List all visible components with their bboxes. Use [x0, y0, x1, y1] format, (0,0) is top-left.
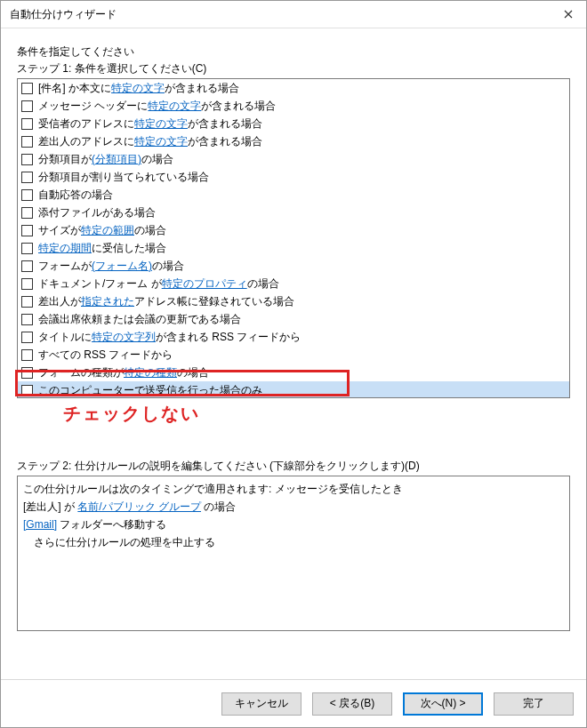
condition-row[interactable]: サイズが 特定の範囲 の場合: [18, 221, 569, 239]
step2-label: ステップ 2: 仕分けルールの説明を編集してください (下線部分をクリックします…: [17, 459, 570, 474]
condition-label: サイズが 特定の範囲 の場合: [38, 223, 166, 238]
condition-link[interactable]: 指定された: [81, 294, 134, 309]
condition-label: 自動応答の場合: [38, 188, 113, 203]
condition-row[interactable]: 差出人が 指定された アドレス帳に登録されている場合: [18, 292, 569, 310]
rule-description[interactable]: この仕分けルールは次のタイミングで適用されます: メッセージを受信したとき [差…: [17, 476, 570, 631]
condition-label: ドキュメント/フォーム が 特定のプロパティ の場合: [38, 276, 279, 292]
condition-row[interactable]: 会議出席依頼または会議の更新である場合: [18, 310, 569, 328]
close-button[interactable]: [551, 1, 586, 28]
condition-label: フォームが (フォーム名) の場合: [38, 259, 184, 274]
dialog-body: 条件を指定してください ステップ 1: 条件を選択してください(C) [件名] …: [1, 28, 586, 679]
condition-checkbox[interactable]: [21, 100, 33, 112]
condition-link[interactable]: 特定の範囲: [81, 223, 134, 238]
condition-row[interactable]: 自動応答の場合: [18, 186, 569, 204]
condition-checkbox[interactable]: [21, 83, 33, 94]
condition-label: [件名] か本文に 特定の文字 が含まれる場合: [38, 81, 239, 96]
next-button[interactable]: 次へ(N) >: [403, 692, 483, 716]
condition-link[interactable]: (フォーム名): [92, 259, 152, 274]
cancel-button[interactable]: キャンセル: [221, 692, 302, 716]
condition-checkbox[interactable]: [21, 189, 33, 201]
condition-link[interactable]: 特定の文字: [148, 99, 201, 114]
condition-row[interactable]: 特定の期間 に受信した場合: [18, 239, 569, 257]
condition-checkbox[interactable]: [21, 385, 33, 396]
condition-checkbox[interactable]: [21, 332, 33, 343]
condition-label: 受信者のアドレスに 特定の文字 が含まれる場合: [38, 116, 262, 132]
condition-label: このコンピューターで送受信を行った場合のみ: [38, 383, 262, 398]
condition-label: 分類項目が (分類項目) の場合: [38, 152, 173, 167]
condition-link[interactable]: 特定の種類: [124, 365, 177, 380]
condition-checkbox[interactable]: [21, 243, 33, 254]
condition-checkbox[interactable]: [21, 367, 33, 379]
condition-row[interactable]: このコンピューターで送受信を行った場合のみ: [18, 381, 569, 398]
condition-checkbox[interactable]: [21, 296, 33, 308]
condition-row[interactable]: すべての RSS フィードから: [18, 346, 569, 364]
condition-row[interactable]: [件名] か本文に 特定の文字 が含まれる場合: [18, 79, 569, 97]
link-sender-group[interactable]: 名前/パブリック グループ: [77, 500, 201, 513]
desc-line-3: [Gmail] フォルダーへ移動する: [23, 516, 564, 533]
condition-label: 分類項目が割り当てられている場合: [38, 170, 209, 185]
condition-checkbox[interactable]: [21, 136, 33, 148]
condition-link[interactable]: 特定の文字列: [92, 330, 156, 345]
titlebar: 自動仕分けウィザード: [1, 1, 586, 28]
condition-label: タイトルに 特定の文字列 が含まれる RSS フィードから: [38, 330, 301, 345]
condition-link[interactable]: 特定の期間: [38, 241, 92, 256]
desc-line-1: この仕分けルールは次のタイミングで適用されます: メッセージを受信したとき: [23, 480, 564, 498]
condition-list[interactable]: [件名] か本文に 特定の文字 が含まれる場合メッセージ ヘッダーに 特定の文字…: [17, 78, 570, 398]
condition-link[interactable]: 特定の文字: [134, 134, 188, 149]
condition-label: 差出人が 指定された アドレス帳に登録されている場合: [38, 294, 294, 309]
finish-button[interactable]: 完了: [494, 692, 574, 716]
condition-label: 添付ファイルがある場合: [38, 205, 156, 220]
headline: 条件を指定してください: [17, 44, 570, 60]
condition-row[interactable]: メッセージ ヘッダーに 特定の文字 が含まれる場合: [18, 97, 569, 115]
condition-link[interactable]: 特定の文字: [111, 81, 165, 96]
condition-label: 特定の期間 に受信した場合: [38, 241, 166, 256]
close-icon: [564, 10, 573, 19]
condition-row[interactable]: フォームの種類が 特定の種類 の場合: [18, 364, 569, 381]
condition-label: 差出人のアドレスに 特定の文字 が含まれる場合: [38, 134, 262, 149]
condition-label: メッセージ ヘッダーに 特定の文字 が含まれる場合: [38, 99, 276, 114]
condition-link[interactable]: (分類項目): [92, 152, 141, 167]
desc-line-2: [差出人] が 名前/パブリック グループ の場合: [23, 498, 564, 516]
condition-link[interactable]: 特定のプロパティ: [162, 276, 247, 292]
back-button[interactable]: < 戻る(B): [312, 692, 392, 716]
condition-row[interactable]: ドキュメント/フォーム が 特定のプロパティ の場合: [18, 275, 569, 292]
window-title: 自動仕分けウィザード: [10, 7, 551, 22]
condition-label: フォームの種類が 特定の種類 の場合: [38, 365, 209, 380]
condition-row[interactable]: 分類項目が (分類項目) の場合: [18, 150, 569, 168]
footer: キャンセル < 戻る(B) 次へ(N) > 完了: [1, 679, 586, 727]
link-folder[interactable]: [Gmail]: [23, 518, 57, 531]
desc-line-4: さらに仕分けルールの処理を中止する: [23, 533, 564, 551]
condition-checkbox[interactable]: [21, 225, 33, 236]
condition-row[interactable]: 受信者のアドレスに 特定の文字 が含まれる場合: [18, 115, 569, 132]
condition-row[interactable]: フォームが (フォーム名) の場合: [18, 257, 569, 275]
condition-checkbox[interactable]: [21, 349, 33, 361]
condition-label: すべての RSS フィードから: [38, 348, 173, 363]
annotation-text: チェックしない: [63, 402, 200, 426]
condition-label: 会議出席依頼または会議の更新である場合: [38, 312, 241, 327]
condition-link[interactable]: 特定の文字: [134, 116, 188, 132]
condition-row[interactable]: タイトルに 特定の文字列 が含まれる RSS フィードから: [18, 328, 569, 346]
condition-checkbox[interactable]: [21, 172, 33, 183]
condition-row[interactable]: 添付ファイルがある場合: [18, 204, 569, 221]
condition-checkbox[interactable]: [21, 314, 33, 325]
condition-checkbox[interactable]: [21, 118, 33, 130]
condition-checkbox[interactable]: [21, 154, 33, 165]
condition-row[interactable]: 分類項目が割り当てられている場合: [18, 168, 569, 186]
condition-row[interactable]: 差出人のアドレスに 特定の文字 が含まれる場合: [18, 132, 569, 150]
condition-checkbox[interactable]: [21, 260, 33, 272]
condition-checkbox[interactable]: [21, 207, 33, 219]
step1-label: ステップ 1: 条件を選択してください(C): [17, 61, 570, 76]
wizard-window: 自動仕分けウィザード 条件を指定してください ステップ 1: 条件を選択してくだ…: [0, 0, 587, 728]
condition-checkbox[interactable]: [21, 278, 33, 290]
